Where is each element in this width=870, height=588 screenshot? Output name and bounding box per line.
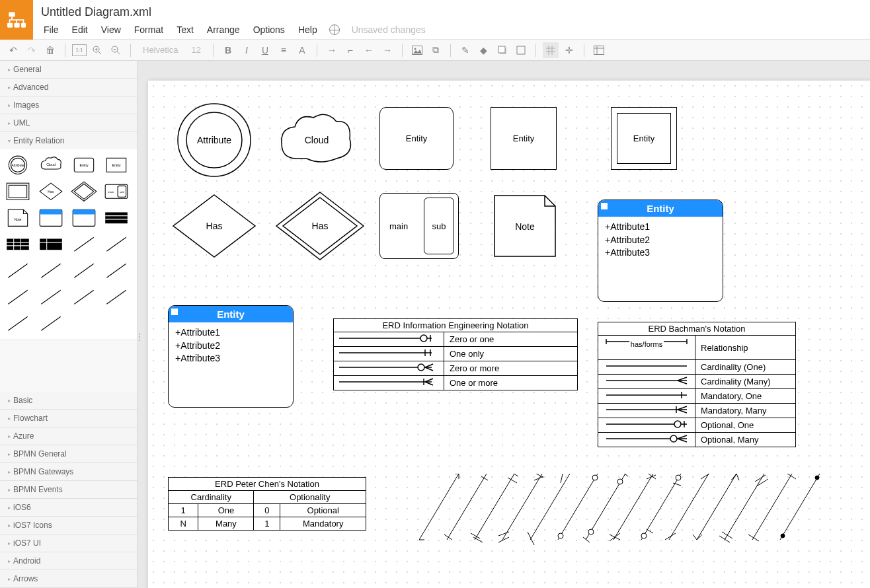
palette-arrows[interactable]: Arrows — [0, 570, 137, 587]
shape-entity-card-blue2[interactable] — [70, 206, 98, 230]
shape-table-dark3[interactable] — [37, 233, 65, 256]
node-connector-lines[interactable] — [419, 474, 855, 549]
node-entity-card1[interactable]: −Entity +Attribute1 +Attribute2 +Attribu… — [598, 200, 723, 302]
palette-bpmn-gateways[interactable]: BPMN Gateways — [0, 463, 137, 480]
line-color-button[interactable]: ✎ — [457, 42, 473, 58]
app-logo[interactable] — [0, 0, 33, 40]
font-family-select[interactable]: Helvetica — [138, 45, 183, 55]
shape-table-dark[interactable] — [102, 206, 130, 230]
bold-button[interactable]: B — [220, 42, 236, 58]
palette-entity-relation[interactable]: Entity Relation — [0, 132, 137, 149]
italic-button[interactable]: I — [239, 42, 255, 58]
node-entity-double[interactable]: Entity — [611, 107, 677, 170]
node-chen-table[interactable]: ERD Peter Chen's Notation CardinalityOpt… — [168, 477, 366, 531]
shape-cloud[interactable]: Cloud — [37, 153, 65, 177]
shape-entity-rounded[interactable]: Entity — [70, 153, 98, 177]
connection-button[interactable]: → — [324, 42, 340, 58]
shape-line1[interactable] — [70, 233, 98, 256]
shadow-button[interactable] — [494, 42, 510, 58]
menu-file[interactable]: File — [38, 20, 64, 39]
shape-note[interactable]: Note — [4, 206, 32, 230]
node-main-sub[interactable]: main sub — [379, 193, 459, 259]
shape-entity-card-blue[interactable] — [37, 206, 65, 230]
shape-line10[interactable] — [102, 285, 130, 309]
zoom-out-button[interactable] — [108, 42, 124, 58]
node-entity-rect[interactable]: Entity — [491, 107, 557, 170]
shape-attribute[interactable]: Attribute — [4, 153, 32, 177]
menu-text[interactable]: Text — [171, 20, 199, 39]
palette-android[interactable]: Android — [0, 552, 137, 570]
palette-flowchart[interactable]: Flowchart — [0, 410, 137, 427]
fill-color-button[interactable]: ◆ — [476, 42, 492, 58]
node-entity-card2[interactable]: −Entity +Attribute1 +Attribute2 +Attribu… — [168, 305, 294, 408]
language-icon[interactable] — [329, 24, 340, 35]
shape-line8[interactable] — [37, 285, 65, 309]
canvas-area[interactable]: Attribute Cloud Entity Entity Entity Has… — [138, 61, 870, 588]
palette-ios6[interactable]: iOS6 — [0, 499, 137, 516]
menu-arrange[interactable]: Arrange — [202, 20, 245, 39]
node-ie-notation-table[interactable]: ERD Information Engineering Notation Zer… — [333, 318, 578, 390]
node-attribute[interactable]: Attribute — [175, 100, 254, 182]
node-has-diamond[interactable]: Has — [168, 190, 260, 265]
shape-line3[interactable] — [4, 259, 32, 283]
shape-line6[interactable] — [102, 259, 130, 283]
align-button[interactable]: ≡ — [276, 42, 292, 58]
document-title[interactable]: Untitled Diagram.xml — [33, 0, 870, 20]
palette-azure[interactable]: Azure — [0, 427, 137, 445]
zoom-actual-button[interactable]: 1:1 — [72, 44, 87, 56]
shape-line4[interactable] — [37, 259, 65, 283]
palette-ios7-ui[interactable]: iOS7 UI — [0, 534, 137, 552]
palette-shapes-grid: Attribute Cloud Entity Entity Has mainsu… — [0, 149, 137, 340]
diagram-canvas[interactable]: Attribute Cloud Entity Entity Entity Has… — [148, 81, 870, 588]
menu-view[interactable]: View — [96, 20, 126, 39]
menu-options[interactable]: Options — [248, 20, 290, 39]
undo-button[interactable]: ↶ — [5, 42, 21, 58]
sidebar-splitter[interactable] — [138, 324, 139, 351]
shape-line5[interactable] — [70, 259, 98, 283]
menu-edit[interactable]: Edit — [67, 20, 93, 39]
font-color-button[interactable]: A — [294, 42, 310, 58]
shape-has-double-diamond[interactable] — [70, 180, 98, 203]
shape-line9[interactable] — [70, 285, 98, 309]
shape-main-sub[interactable]: mainsub — [102, 180, 130, 203]
underline-button[interactable]: U — [257, 42, 273, 58]
zoom-in-button[interactable] — [89, 42, 105, 58]
shape-line12[interactable] — [37, 312, 65, 336]
grid-button[interactable] — [543, 42, 559, 58]
shape-line11[interactable] — [4, 312, 32, 336]
node-entity-rounded[interactable]: Entity — [379, 107, 454, 170]
link-button[interactable]: ⧉ — [428, 42, 444, 58]
shape-entity-double[interactable] — [4, 180, 32, 203]
menu-help[interactable]: Help — [293, 20, 323, 39]
card-attr: +Attribute1 — [605, 221, 716, 234]
node-has-double-diamond[interactable]: Has — [274, 190, 366, 265]
palette-images[interactable]: Images — [0, 96, 137, 114]
layout-button[interactable] — [591, 42, 607, 58]
node-cloud[interactable]: Cloud — [274, 107, 360, 176]
palette-advanced[interactable]: Advanced — [0, 79, 137, 96]
line-start-button[interactable]: ← — [361, 42, 377, 58]
guides-button[interactable]: ✛ — [561, 42, 577, 58]
palette-ios7-icons[interactable]: iOS7 Icons — [0, 517, 137, 534]
shape-line2[interactable] — [102, 233, 130, 256]
palette-general[interactable]: General — [0, 61, 137, 78]
shape-has-diamond[interactable]: Has — [37, 180, 65, 203]
redo-button[interactable]: ↷ — [24, 42, 40, 58]
node-bachman-table[interactable]: ERD Bachman's Notation has/formsRelation… — [598, 322, 796, 447]
node-note[interactable]: Note — [492, 193, 558, 262]
none-button[interactable] — [513, 42, 529, 58]
font-size-select[interactable]: 12 — [186, 45, 206, 55]
card-attr: +Attribute3 — [605, 246, 716, 260]
waypoint-button[interactable]: ⌐ — [342, 42, 358, 58]
palette-uml[interactable]: UML — [0, 114, 137, 131]
shape-entity-rect[interactable]: Entity — [102, 153, 130, 177]
shape-line7[interactable] — [4, 285, 32, 309]
shape-table-dark2[interactable] — [4, 233, 32, 256]
palette-bpmn-general[interactable]: BPMN General — [0, 445, 137, 462]
image-button[interactable] — [409, 42, 425, 58]
menu-format[interactable]: Format — [129, 20, 169, 39]
delete-button[interactable]: 🗑 — [42, 42, 58, 58]
palette-basic[interactable]: Basic — [0, 392, 137, 409]
line-end-button[interactable]: → — [379, 42, 395, 58]
palette-bpmn-events[interactable]: BPMN Events — [0, 481, 137, 498]
